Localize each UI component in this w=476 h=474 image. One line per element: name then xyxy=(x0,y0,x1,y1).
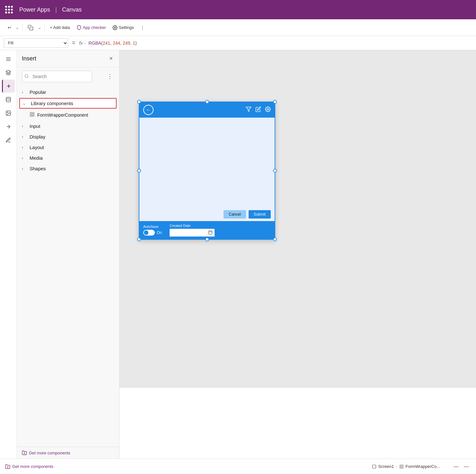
get-more-status-link[interactable]: Get more components xyxy=(5,464,54,469)
handle-middle-left[interactable] xyxy=(137,169,141,173)
back-arrow-icon: ← xyxy=(146,107,151,113)
sidebar-variables-button[interactable] xyxy=(2,134,15,147)
fw-footer-buttons: Cancel Submit xyxy=(139,208,275,221)
fw-toggle[interactable] xyxy=(143,230,155,236)
handle-top-center[interactable] xyxy=(205,100,209,104)
handle-bottom-left[interactable] xyxy=(137,237,141,241)
svg-line-13 xyxy=(28,77,29,78)
status-bar: Get more components Screen1 › FormWrappe… xyxy=(0,459,476,474)
sub-item-formwrapper[interactable]: FormWrapperComponent xyxy=(17,109,119,121)
main-layout: Insert × ⋮ › Popular ⌵ Library component… xyxy=(0,50,476,459)
fx-label[interactable]: fx ⌵ xyxy=(79,40,86,46)
copy-dropdown[interactable]: ⌵ xyxy=(37,23,42,32)
handle-bottom-right[interactable] xyxy=(273,237,277,241)
get-more-status-label: Get more components xyxy=(12,464,54,469)
app-name: Power Apps xyxy=(19,6,50,13)
svg-marker-5 xyxy=(6,70,11,73)
tree-item-input[interactable]: › Input xyxy=(17,121,119,131)
screen-label[interactable]: Screen1 xyxy=(378,464,394,469)
tree-item-popular[interactable]: › Popular xyxy=(17,87,119,97)
shapes-label: Shapes xyxy=(30,166,46,171)
fw-date-input[interactable] xyxy=(170,229,215,237)
chevron-input-icon: › xyxy=(22,124,27,129)
sidebar-insert-button[interactable] xyxy=(2,80,15,93)
tree-item-display[interactable]: › Display xyxy=(17,131,119,142)
zoom-plus-button[interactable]: — xyxy=(462,462,471,471)
handle-top-left[interactable] xyxy=(137,100,141,104)
fw-created-date: Created Date xyxy=(170,224,271,237)
app-checker-button[interactable]: App checker xyxy=(74,23,109,32)
svg-rect-14 xyxy=(30,112,32,114)
top-bar: Power Apps | Canvas xyxy=(0,0,476,19)
tree-item-shapes[interactable]: › Shapes xyxy=(17,163,119,174)
tree-item-layout[interactable]: › Layout xyxy=(17,142,119,153)
breadcrumb-arrow: › xyxy=(396,464,397,469)
fw-submit-button[interactable]: Submit xyxy=(249,210,271,219)
settings-button[interactable]: Settings xyxy=(110,23,137,32)
library-label: Library components xyxy=(31,101,73,106)
tree-item-library[interactable]: ⌵ Library components xyxy=(19,98,117,109)
add-data-button[interactable]: + Add data xyxy=(47,23,73,32)
handle-middle-right[interactable] xyxy=(273,169,277,173)
formula-bar: Fill = fx ⌵ RGBA(241, 244, 249, 1) xyxy=(0,36,476,50)
sidebar-layers-button[interactable] xyxy=(2,66,15,79)
tree-item-media[interactable]: › Media xyxy=(17,153,119,163)
search-container: ⋮ xyxy=(17,67,119,85)
fw-body xyxy=(139,118,275,208)
sidebar-data-button[interactable] xyxy=(2,93,15,106)
undo-dropdown[interactable]: ⌵ xyxy=(15,23,20,32)
app-launcher-icon[interactable] xyxy=(5,6,13,13)
canvas-area[interactable]: ← Cancel xyxy=(119,50,476,459)
fw-filter-icon[interactable] xyxy=(246,106,251,114)
sidebar-media-button[interactable] xyxy=(2,107,15,120)
app-checker-label: App checker xyxy=(83,25,106,30)
input-label: Input xyxy=(30,123,40,129)
more-options-button[interactable]: ⋮ xyxy=(138,23,147,32)
formula-value[interactable]: RGBA(241, 244, 249, 1) xyxy=(88,40,137,46)
fw-header-left: ← xyxy=(143,105,154,115)
get-more-panel-section: Get more components xyxy=(17,447,119,459)
svg-rect-32 xyxy=(402,467,403,468)
equals-sign: = xyxy=(72,40,75,46)
svg-rect-17 xyxy=(32,115,34,116)
form-wrapper-component[interactable]: ← Cancel xyxy=(139,102,275,240)
sidebar-menu-button[interactable] xyxy=(2,53,15,66)
svg-rect-29 xyxy=(400,465,401,466)
handle-bottom-center[interactable] xyxy=(205,237,209,241)
zoom-minus-button[interactable]: — xyxy=(452,462,461,471)
search-more-button[interactable]: ⋮ xyxy=(106,72,114,81)
insert-panel-header: Insert × xyxy=(17,50,119,67)
svg-point-8 xyxy=(6,97,11,99)
fw-calendar-icon xyxy=(208,230,213,236)
get-more-label: Get more components xyxy=(29,451,70,455)
insert-panel: Insert × ⋮ › Popular ⌵ Library component… xyxy=(17,50,119,459)
fw-edit-icon[interactable] xyxy=(255,106,261,114)
tree-list: › Popular ⌵ Library components FormWrapp… xyxy=(17,85,119,447)
chevron-media-icon: › xyxy=(22,156,27,160)
canvas-label: Canvas xyxy=(62,6,82,13)
fw-bottom-bar: AutoSave On Created Date xyxy=(139,221,275,239)
property-selector[interactable]: Fill xyxy=(4,38,68,48)
svg-rect-15 xyxy=(32,112,34,114)
fw-cancel-button[interactable]: Cancel xyxy=(224,210,246,219)
fw-autosave: AutoSave On xyxy=(143,225,162,236)
media-label: Media xyxy=(30,155,43,161)
svg-point-21 xyxy=(267,108,269,110)
sidebar-tools-button[interactable] xyxy=(2,120,15,133)
handle-top-right[interactable] xyxy=(273,100,277,104)
undo-button[interactable]: ↩ xyxy=(5,23,14,32)
component-label[interactable]: FormWrapperCo... xyxy=(406,464,440,469)
copy-button[interactable] xyxy=(25,23,36,32)
get-more-components-link[interactable]: Get more components xyxy=(22,450,114,455)
fw-settings-icon[interactable] xyxy=(265,106,271,114)
status-breadcrumb: Screen1 › FormWrapperCo... xyxy=(372,464,440,469)
component-icon xyxy=(30,112,35,118)
toolbar-divider-1 xyxy=(22,24,22,31)
svg-rect-0 xyxy=(30,27,33,30)
insert-close-button[interactable]: × xyxy=(108,54,114,63)
search-input[interactable] xyxy=(22,71,92,82)
sidebar-icons xyxy=(0,50,17,459)
insert-panel-title: Insert xyxy=(22,55,36,62)
svg-point-10 xyxy=(7,112,8,112)
fw-back-button[interactable]: ← xyxy=(143,105,154,115)
